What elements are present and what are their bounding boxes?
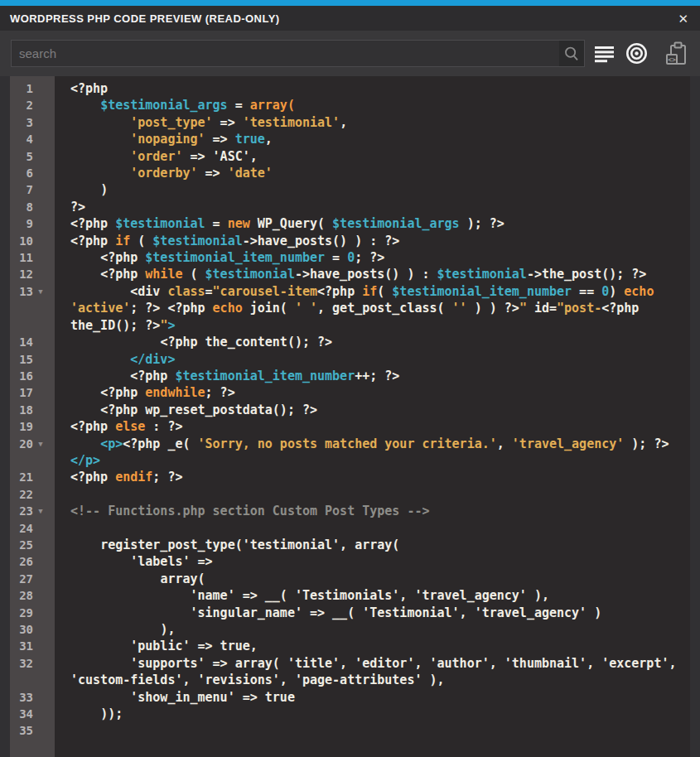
fold-toggle-icon <box>33 114 48 131</box>
gutter-cell: 25 <box>10 537 55 553</box>
code-line: 9<?php $testimonial = new WP_Query( $tes… <box>10 215 690 232</box>
code-text: <?php endif; ?> <box>55 469 690 485</box>
code-text: 'supports' => array( 'title', 'editor', … <box>55 655 690 689</box>
code-line: 1<?php <box>10 80 690 97</box>
code-text: <!-- Functions.php section Custom Post T… <box>55 503 690 519</box>
line-number: 18 <box>10 402 33 418</box>
code-line: 5 'order' => 'ASC', <box>10 148 690 165</box>
code-line: 29 'singular_name' => __( 'Testimonial',… <box>10 605 690 621</box>
svg-text:<>: <> <box>668 55 676 63</box>
code-line: 35 <box>10 722 690 739</box>
search-box <box>11 40 585 67</box>
code-text: <?php $testimonial = new WP_Query( $test… <box>55 215 690 232</box>
line-number: 3 <box>10 114 33 131</box>
code-line: 33 'show_in_menu' => true <box>10 689 690 706</box>
line-number: 35 <box>10 722 33 739</box>
fold-toggle-icon[interactable]: ▼ <box>33 436 48 452</box>
line-number: 26 <box>10 553 33 570</box>
code-text <box>55 722 690 739</box>
menu-lines-icon[interactable] <box>594 44 616 64</box>
gutter-cell: 20▼ <box>10 436 55 452</box>
code-line: 2 $testimonial_args = array( <box>10 97 690 113</box>
code-line: 25 register_post_type('testimonial', arr… <box>10 537 690 553</box>
code-text: ?> <box>55 199 690 215</box>
gutter-cell: 28 <box>10 587 55 604</box>
line-number: 13 <box>10 283 33 300</box>
code-line: 27 array( <box>10 571 690 587</box>
fold-toggle-icon <box>33 384 48 401</box>
code-text: 'labels' => <box>55 553 690 570</box>
code-text: <?php wp_reset_postdata(); ?> <box>55 402 690 418</box>
code-line: 28 'name' => __( 'Testimonials', 'travel… <box>10 587 690 604</box>
gutter-cell: 8 <box>10 199 55 215</box>
line-number: 28 <box>10 587 33 604</box>
gutter-cell: 26 <box>10 553 55 570</box>
gutter-cell: 11 <box>10 249 55 266</box>
gutter-cell: 10 <box>10 233 55 249</box>
code-line: 11 <?php $testimonial_item_number = 0; ?… <box>10 249 690 266</box>
fold-toggle-icon <box>33 722 48 739</box>
fold-toggle-icon <box>33 215 48 232</box>
code-text: <div class="carousel-item<?php if( $test… <box>55 283 690 334</box>
line-number: 20 <box>10 436 33 452</box>
gutter-cell: 31 <box>10 638 55 654</box>
gutter-cell: 34 <box>10 706 55 722</box>
code-text: ), <box>55 621 690 638</box>
line-number: 4 <box>10 131 33 147</box>
code-line: 3 'post_type' => 'testimonial', <box>10 114 690 131</box>
gutter-cell: 4 <box>10 131 55 147</box>
close-icon[interactable]: ✕ <box>678 12 688 25</box>
gutter-cell: 13▼ <box>10 283 55 300</box>
code-line: 16 <?php $testimonial_item_number++; ?> <box>10 368 690 384</box>
gutter-cell: 21 <box>10 469 55 485</box>
code-text: <?php <box>55 80 690 97</box>
fold-toggle-icon <box>33 266 48 282</box>
line-number: 17 <box>10 384 33 401</box>
window-accent-bar <box>0 0 700 6</box>
line-number: 30 <box>10 621 33 638</box>
code-line: 14 <?php the_content(); ?> <box>10 334 690 350</box>
gutter-cell: 23▼ <box>10 503 55 519</box>
code-line: 30 ), <box>10 621 690 638</box>
gutter-cell: 7 <box>10 181 55 198</box>
toolbar-icons: <> <box>594 41 689 67</box>
line-number: 14 <box>10 334 33 350</box>
code-line: 24 <box>10 520 690 537</box>
fold-toggle-icon <box>33 165 48 181</box>
line-number: 1 <box>10 80 33 97</box>
gutter-cell: 30 <box>10 621 55 638</box>
line-number: 25 <box>10 537 33 553</box>
gutter-cell: 12 <box>10 266 55 282</box>
title-bar: WORDPRESS PHP CODE PREVIEW (READ-ONLY) ✕ <box>0 6 700 31</box>
fold-toggle-icon <box>33 706 48 722</box>
fold-toggle-icon <box>33 571 48 587</box>
code-line: 18 <?php wp_reset_postdata(); ?> <box>10 402 690 418</box>
line-number: 5 <box>10 148 33 165</box>
code-line: 15 </div> <box>10 351 690 368</box>
code-line: 23▼<!-- Functions.php section Custom Pos… <box>10 503 690 519</box>
code-text: 'nopaging' => true, <box>55 131 690 147</box>
code-line: 4 'nopaging' => true, <box>10 131 690 147</box>
code-line: 20▼ <p><?php _e( 'Sorry, no posts matche… <box>10 436 690 470</box>
gutter-cell: 14 <box>10 334 55 350</box>
bullseye-icon[interactable] <box>625 41 649 65</box>
copy-code-icon[interactable]: <> <box>663 41 689 67</box>
gutter-cell: 9 <box>10 215 55 232</box>
code-line: 13▼ <div class="carousel-item<?php if( $… <box>10 283 690 334</box>
gutter-cell: 33 <box>10 689 55 706</box>
code-text: $testimonial_args = array( <box>55 97 690 113</box>
fold-toggle-icon[interactable]: ▼ <box>33 283 48 300</box>
fold-toggle-icon[interactable]: ▼ <box>33 503 48 519</box>
gutter-cell: 27 <box>10 571 55 587</box>
gutter-cell: 19 <box>10 418 55 435</box>
gutter-cell: 6 <box>10 165 55 181</box>
line-number: 24 <box>10 520 33 537</box>
code-text: 'order' => 'ASC', <box>55 148 690 165</box>
search-input[interactable] <box>12 41 559 66</box>
fold-toggle-icon <box>33 233 48 249</box>
search-icon[interactable] <box>559 41 584 66</box>
code-line: 19<?php else : ?> <box>10 418 690 435</box>
gutter-cell: 16 <box>10 368 55 384</box>
fold-toggle-icon <box>33 689 48 706</box>
line-number: 34 <box>10 706 33 722</box>
